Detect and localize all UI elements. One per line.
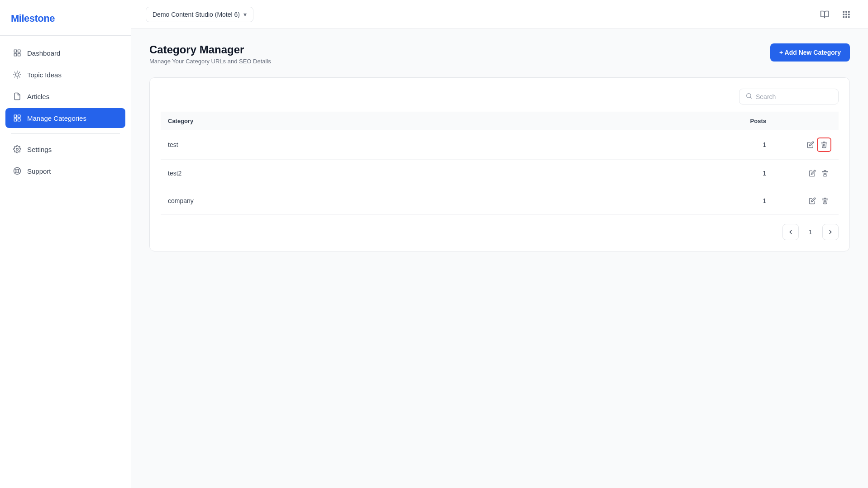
page-title-group: Category Manager Manage Your Category UR… [149, 43, 271, 65]
delete-button[interactable] [817, 137, 831, 152]
svg-line-8 [19, 77, 20, 77]
table-header-row: Category Posts [161, 112, 839, 130]
table-body: test1test21company1 [161, 130, 839, 215]
svg-point-29 [846, 14, 847, 15]
main-area: Demo Content Studio (Motel 6) ▾ Category [131, 0, 868, 488]
svg-line-23 [18, 169, 19, 170]
svg-line-21 [18, 172, 19, 173]
sidebar-item-articles[interactable]: Articles [5, 86, 125, 106]
column-posts: Posts [441, 112, 793, 130]
chevron-down-icon: ▾ [243, 11, 247, 18]
delete-button[interactable] [819, 194, 831, 207]
svg-rect-0 [14, 50, 16, 52]
svg-line-11 [14, 77, 15, 77]
edit-button[interactable] [806, 194, 819, 207]
sidebar: Milestone Dashboard Topic Ideas [0, 0, 131, 488]
svg-line-35 [750, 97, 752, 99]
dashboard-icon [13, 48, 22, 57]
categories-table: Category Posts test1test21company1 [161, 112, 839, 215]
prev-page-button[interactable] [782, 224, 799, 240]
table-row: company1 [161, 187, 839, 215]
sidebar-item-topic-ideas[interactable]: Topic Ideas [5, 65, 125, 85]
svg-point-30 [849, 14, 850, 15]
sidebar-label-settings: Settings [27, 146, 52, 153]
sidebar-item-settings[interactable]: Settings [5, 139, 125, 159]
articles-icon [13, 92, 22, 101]
svg-point-4 [15, 73, 19, 76]
workspace-label: Demo Content Studio (Motel 6) [153, 11, 240, 18]
sidebar-label-dashboard: Dashboard [27, 49, 60, 57]
support-icon [13, 166, 22, 175]
topbar-actions [817, 7, 854, 22]
svg-point-26 [846, 11, 847, 12]
cell-posts: 1 [441, 187, 793, 215]
categories-card: Category Posts test1test21company1 1 [149, 77, 850, 251]
svg-point-32 [846, 16, 847, 18]
current-page: 1 [802, 224, 819, 240]
svg-point-27 [849, 11, 850, 12]
svg-point-25 [843, 11, 844, 12]
search-box [739, 89, 839, 104]
book-icon[interactable] [817, 7, 832, 22]
topbar: Demo Content Studio (Motel 6) ▾ [131, 0, 868, 29]
page-header: Category Manager Manage Your Category UR… [149, 43, 850, 65]
pagination: 1 [161, 224, 839, 240]
edit-button[interactable] [804, 138, 817, 151]
sidebar-item-dashboard[interactable]: Dashboard [5, 43, 125, 63]
svg-rect-13 [14, 115, 16, 117]
sidebar-item-manage-categories[interactable]: Manage Categories [5, 108, 125, 128]
next-page-button[interactable] [822, 224, 839, 240]
cell-actions [793, 130, 839, 160]
table-row: test21 [161, 160, 839, 187]
sidebar-nav: Dashboard Topic Ideas Articles [0, 36, 131, 488]
sidebar-label-manage-categories: Manage Categories [27, 114, 86, 122]
svg-rect-1 [18, 50, 20, 52]
edit-button[interactable] [806, 167, 819, 180]
svg-point-31 [843, 16, 844, 18]
svg-line-7 [14, 72, 15, 72]
cell-category: test [161, 130, 441, 160]
delete-button[interactable] [819, 167, 831, 180]
table-row: test1 [161, 130, 839, 160]
page-subtitle: Manage Your Category URLs and SEO Detail… [149, 58, 271, 65]
sidebar-label-topic-ideas: Topic Ideas [27, 71, 62, 79]
cell-category: test2 [161, 160, 441, 187]
svg-rect-2 [14, 54, 16, 56]
topic-icon [13, 70, 22, 79]
workspace-selector[interactable]: Demo Content Studio (Motel 6) ▾ [146, 7, 253, 22]
svg-line-12 [19, 72, 20, 72]
logo-area: Milestone [0, 0, 131, 36]
svg-rect-3 [18, 54, 20, 56]
sidebar-label-support: Support [27, 167, 51, 175]
svg-point-17 [16, 148, 19, 151]
svg-rect-14 [18, 115, 20, 117]
cell-actions [793, 160, 839, 187]
svg-line-24 [15, 172, 16, 173]
categories-icon [13, 114, 22, 123]
settings-icon [13, 145, 22, 154]
cell-posts: 1 [441, 130, 793, 160]
column-category: Category [161, 112, 441, 130]
sidebar-label-articles: Articles [27, 93, 49, 100]
sidebar-item-support[interactable]: Support [5, 161, 125, 181]
nav-divider [11, 133, 120, 134]
search-icon [746, 93, 752, 100]
content-area: Category Manager Manage Your Category UR… [131, 29, 868, 488]
svg-line-20 [15, 169, 16, 170]
card-toolbar [161, 89, 839, 104]
svg-point-33 [849, 16, 850, 18]
page-title: Category Manager [149, 43, 271, 56]
grid-icon[interactable] [839, 7, 854, 22]
svg-point-28 [843, 14, 844, 15]
cell-actions [793, 187, 839, 215]
svg-rect-16 [18, 119, 20, 121]
cell-category: company [161, 187, 441, 215]
svg-rect-15 [14, 119, 16, 121]
search-input[interactable] [756, 93, 832, 100]
add-new-category-button[interactable]: + Add New Category [770, 43, 850, 62]
brand-name: Milestone [11, 13, 55, 24]
cell-posts: 1 [441, 160, 793, 187]
